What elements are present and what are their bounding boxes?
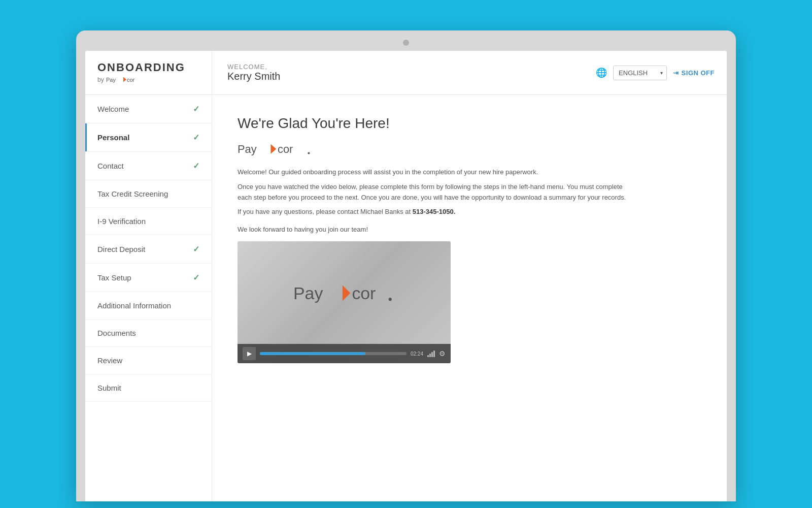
sidebar-item-label: Welcome <box>97 105 129 113</box>
play-icon: ▶ <box>247 350 252 357</box>
logo-title: ONBOARDING <box>97 61 199 74</box>
globe-icon: 🌐 <box>596 67 607 78</box>
language-selector-wrapper[interactable]: ENGLISH ESPAÑOL FRANÇAIS ▾ <box>613 66 667 80</box>
sidebar-item-label: Personal <box>97 133 129 142</box>
sidebar-item-direct-deposit[interactable]: Direct Deposit✓ <box>85 235 212 264</box>
main-layout: Welcome✓Personal✓Contact✓Tax Credit Scre… <box>85 95 727 501</box>
sidebar-item-label: Documents <box>97 329 136 337</box>
bar-4 <box>433 351 435 357</box>
bar-3 <box>431 352 433 357</box>
play-button[interactable]: ▶ <box>243 347 256 360</box>
paycor-logo-small: Pay cor <box>106 75 137 84</box>
contact-phone: 513-345-1050. <box>413 208 456 215</box>
gear-icon: ⚙ <box>439 350 446 358</box>
contact-line: If you have any questions, please contac… <box>238 208 413 215</box>
by-label: by <box>97 76 104 83</box>
sidebar-item-label: Additional Information <box>97 301 171 310</box>
sidebar-item-submit[interactable]: Submit <box>85 374 212 402</box>
logo-subtitle: by Pay cor <box>97 75 199 84</box>
sidebar-item-tax-setup[interactable]: Tax Setup✓ <box>85 264 212 292</box>
camera <box>403 40 409 46</box>
bar-1 <box>427 355 429 357</box>
bar-2 <box>429 354 431 357</box>
progress-bar-fill <box>260 352 365 355</box>
content-area: We're Glad You're Here! Pay cor Welcome!… <box>212 95 727 501</box>
intro-para-2: Once you have watched the video below, p… <box>238 182 633 203</box>
svg-text:cor: cor <box>127 77 135 83</box>
header-actions: 🌐 ENGLISH ESPAÑOL FRANÇAIS ▾ ⇥ SIGN OFF <box>584 66 727 80</box>
sidebar-item-label: Submit <box>97 384 121 392</box>
check-icon: ✓ <box>193 133 199 142</box>
sidebar-item-label: Tax Setup <box>97 273 131 282</box>
video-controls: ▶ 02:24 <box>238 344 451 363</box>
sidebar: Welcome✓Personal✓Contact✓Tax Credit Scre… <box>85 95 212 501</box>
signoff-icon: ⇥ <box>673 69 679 77</box>
content-body: We're Glad You're Here! Pay cor Welcome!… <box>238 115 633 363</box>
video-paycor-logo-svg: Pay cor <box>293 279 395 307</box>
check-icon: ✓ <box>193 244 199 254</box>
video-logo: Pay cor <box>293 279 395 307</box>
svg-text:Pay: Pay <box>293 283 323 303</box>
screen: ONBOARDING by Pay cor WELCOME, Kerry Smi… <box>85 51 727 501</box>
paycor-logo-full: Pay cor <box>238 140 314 159</box>
sidebar-item-label: Contact <box>97 162 124 170</box>
sign-off-label: SIGN OFF <box>682 69 715 77</box>
header: ONBOARDING by Pay cor WELCOME, Kerry Smi… <box>85 51 727 95</box>
intro-para-1: Welcome! Our guided onboarding process w… <box>238 167 633 178</box>
laptop-frame: ONBOARDING by Pay cor WELCOME, Kerry Smi… <box>76 30 736 501</box>
svg-point-6 <box>308 152 310 154</box>
language-select[interactable]: ENGLISH ESPAÑOL FRANÇAIS <box>613 66 667 80</box>
sidebar-item-contact[interactable]: Contact✓ <box>85 152 212 180</box>
sidebar-item-additional-information[interactable]: Additional Information <box>85 292 212 320</box>
check-icon: ✓ <box>193 161 199 171</box>
sidebar-item-review[interactable]: Review <box>85 347 212 374</box>
contact-para: If you have any questions, please contac… <box>238 207 633 217</box>
sidebar-item-welcome[interactable]: Welcome✓ <box>85 95 212 123</box>
sidebar-item-label: Tax Credit Screening <box>97 189 168 198</box>
settings-button[interactable]: ⚙ <box>439 350 446 358</box>
paycor-logo-large: Pay cor <box>238 140 633 159</box>
svg-text:cor: cor <box>278 143 293 156</box>
svg-text:cor: cor <box>352 283 376 303</box>
logo-area: ONBOARDING by Pay cor <box>85 51 212 94</box>
progress-bar-container[interactable] <box>260 352 407 355</box>
sidebar-item-i9-verification[interactable]: I-9 Verification <box>85 208 212 235</box>
welcome-label: WELCOME, <box>227 63 568 71</box>
closing-line: We look forward to having you join our t… <box>238 226 633 233</box>
sign-off-button[interactable]: ⇥ SIGN OFF <box>673 69 715 77</box>
sidebar-item-documents[interactable]: Documents <box>85 320 212 347</box>
video-timestamp: 02:24 <box>411 351 423 357</box>
svg-text:Pay: Pay <box>106 77 116 83</box>
check-icon: ✓ <box>193 273 199 282</box>
sidebar-item-label: I-9 Verification <box>97 217 146 226</box>
sidebar-item-label: Direct Deposit <box>97 245 145 253</box>
svg-marker-4 <box>270 144 276 154</box>
svg-marker-8 <box>343 285 350 301</box>
svg-marker-1 <box>123 77 126 82</box>
video-content: Pay cor <box>238 241 451 344</box>
svg-text:Pay: Pay <box>238 143 257 156</box>
video-player[interactable]: Pay cor ▶ <box>238 241 451 363</box>
header-welcome: WELCOME, Kerry Smith <box>212 57 584 88</box>
sidebar-item-tax-credit-screening[interactable]: Tax Credit Screening <box>85 180 212 208</box>
page-title: We're Glad You're Here! <box>238 115 633 132</box>
check-icon: ✓ <box>193 104 199 114</box>
svg-point-10 <box>389 298 392 301</box>
sidebar-item-personal[interactable]: Personal✓ <box>85 123 212 152</box>
volume-bars <box>427 350 435 357</box>
sidebar-item-label: Review <box>97 356 122 365</box>
welcome-name: Kerry Smith <box>227 71 568 82</box>
